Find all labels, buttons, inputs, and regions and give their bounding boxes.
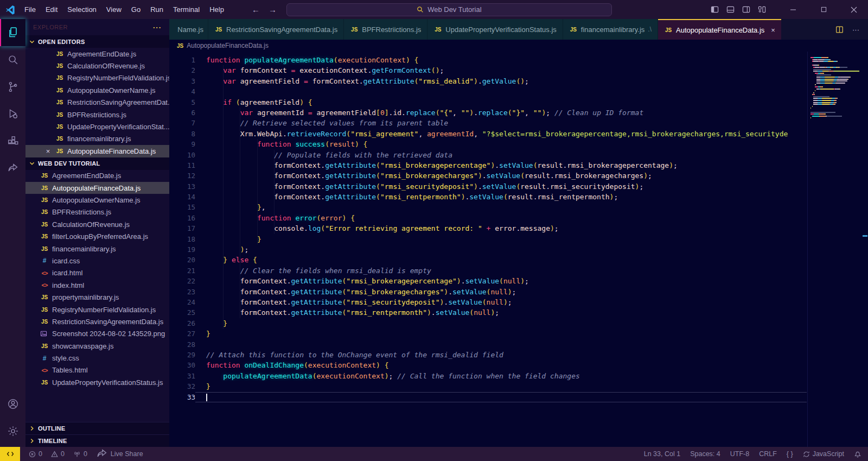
- search-icon[interactable]: [0, 46, 25, 73]
- menu-item-selection[interactable]: Selection: [62, 3, 101, 16]
- status-live-share-icon[interactable]: Live Share: [96, 448, 143, 460]
- maximize-button[interactable]: [813, 0, 834, 19]
- tree-item[interactable]: JSCalculationOfRevenue.js: [25, 218, 169, 230]
- open-editor-item[interactable]: JSUpdatePropertyVerificationStat...: [25, 121, 169, 132]
- menu-item-view[interactable]: View: [101, 3, 126, 16]
- settings-gear-icon[interactable]: [0, 418, 25, 445]
- close-icon[interactable]: ×: [44, 147, 52, 155]
- remote-indicator-button[interactable]: [0, 447, 20, 461]
- status-crlf[interactable]: CRLF: [759, 450, 777, 458]
- tree-item[interactable]: Screenshot 2024-08-02 143529.png: [25, 328, 169, 340]
- status-label: Ln 33, Col 1: [644, 450, 680, 458]
- tree-item[interactable]: JSAutopopulateFinanceData.js: [25, 182, 169, 194]
- account-icon[interactable]: [0, 390, 25, 418]
- menu-item-run[interactable]: Run: [145, 3, 168, 16]
- run-debug-icon[interactable]: [0, 100, 25, 128]
- status-warning-triangle-icon[interactable]: 0: [51, 450, 65, 458]
- status-error-circle-icon[interactable]: 0: [29, 450, 42, 458]
- timeline-header[interactable]: TIMELINE: [25, 434, 169, 447]
- open-editor-item[interactable]: JSRegistryNumberFieldValidation.js: [25, 72, 169, 84]
- editor-more-actions-icon[interactable]: ···: [852, 26, 859, 34]
- tab[interactable]: JSAutopopulateFinanceData.js×: [658, 19, 781, 40]
- tree-item[interactable]: <>icard.html: [25, 267, 169, 279]
- status--[interactable]: { }: [787, 450, 793, 458]
- live-share-icon[interactable]: [0, 155, 25, 182]
- tree-item[interactable]: JSpropertymainlibrary.js: [25, 291, 169, 303]
- error-circle-icon: [29, 451, 36, 458]
- status-ln-33-col-1[interactable]: Ln 33, Col 1: [644, 450, 680, 458]
- html-file-icon: <>: [40, 282, 49, 288]
- tab[interactable]: JSBPFRestriictions.js: [344, 19, 427, 40]
- tab-bar: Name.jsJSRestrictionSavingAgreementData.…: [169, 19, 868, 40]
- forward-button[interactable]: →: [269, 5, 277, 14]
- menu-item-go[interactable]: Go: [126, 3, 145, 16]
- extensions-icon[interactable]: [0, 128, 25, 155]
- toggle-secondary-sidebar-icon[interactable]: [742, 5, 750, 14]
- close-window-button[interactable]: [843, 0, 865, 19]
- tree-item[interactable]: JSBPFRestriictions.js: [25, 206, 169, 218]
- outline-header[interactable]: OUTLINE: [25, 422, 169, 434]
- toggle-panel-icon[interactable]: [726, 5, 735, 14]
- minimize-button[interactable]: [782, 0, 804, 19]
- status-sync-icon[interactable]: JavaScript: [803, 450, 844, 458]
- tree-item[interactable]: JSfinancemainlibrary.js: [25, 243, 169, 255]
- status-broadcast-tower-icon[interactable]: 0: [73, 450, 87, 458]
- indent-guide: [257, 139, 258, 244]
- line-number: 3: [169, 76, 195, 86]
- tree-item[interactable]: JSUpdatePropertyVerificationStatus.js: [25, 376, 169, 388]
- customize-layout-icon[interactable]: [758, 5, 766, 14]
- status-spaces-4[interactable]: Spaces: 4: [690, 450, 720, 458]
- toggle-sidebar-icon[interactable]: [711, 5, 719, 14]
- open-editor-item[interactable]: JSCalculationOfRevenue.js: [25, 60, 169, 72]
- command-center-search[interactable]: Web Dev Tutorial: [286, 3, 612, 16]
- tab[interactable]: JSRestrictionSavingAgreementData.js: [208, 19, 344, 40]
- open-editor-item[interactable]: ×JSAutopopulateFinanceData.js: [25, 145, 169, 157]
- code-editor[interactable]: 1function populateAgreementData(executio…: [169, 52, 868, 447]
- explorer-icon[interactable]: [0, 19, 25, 46]
- open-editors-header[interactable]: OPEN EDITORS: [25, 35, 169, 48]
- tree-item[interactable]: #style.css: [25, 352, 169, 364]
- tree-item[interactable]: #icard.css: [25, 255, 169, 267]
- overview-ruler[interactable]: [861, 52, 868, 447]
- menu-item-file[interactable]: File: [20, 3, 41, 16]
- open-editor-item[interactable]: JSAutopopulateOwnerName.js: [25, 84, 169, 96]
- open-editor-item[interactable]: JSfinancemainlibrary.js: [25, 133, 169, 145]
- split-editor-icon[interactable]: [835, 26, 844, 34]
- line-number: 20: [169, 255, 195, 265]
- tab[interactable]: Name.js: [169, 19, 208, 40]
- indent-guide: [223, 65, 224, 329]
- menu-item-edit[interactable]: Edit: [41, 3, 62, 16]
- chevron-down-icon: [28, 38, 36, 46]
- indent-guide: [240, 108, 240, 318]
- tab[interactable]: JSUpdatePropertyVerificationStatus.js: [427, 19, 563, 40]
- tab[interactable]: JSfinancemainlibrary.js.\: [563, 19, 658, 40]
- tree-item[interactable]: JSRestrictionSavingAgreementData.js: [25, 315, 169, 327]
- open-editor-item[interactable]: JSRestrictionSavingAgreementDat...: [25, 97, 169, 109]
- tree-item[interactable]: JSRegistryNumberFieldValidation.js: [25, 304, 169, 315]
- line-number: 6: [169, 108, 195, 118]
- source-control-icon[interactable]: [0, 73, 25, 100]
- tree-item[interactable]: JSfilterLookupByPreferredArea.js: [25, 230, 169, 242]
- status-utf-8[interactable]: UTF-8: [730, 450, 749, 458]
- status-bell-icon[interactable]: [854, 450, 861, 458]
- open-editor-item[interactable]: JSBPFRestriictions.js: [25, 109, 169, 121]
- tree-item[interactable]: JSAgreementEndDate.js: [25, 170, 169, 182]
- back-button[interactable]: ←: [252, 5, 260, 14]
- js-file-icon: JS: [664, 27, 673, 33]
- open-editor-item[interactable]: JSAgreementEndDate.js: [25, 48, 169, 60]
- status-label: UTF-8: [730, 450, 749, 458]
- menu-item-help[interactable]: Help: [205, 3, 229, 16]
- tree-item[interactable]: <>index.html: [25, 279, 169, 291]
- close-icon[interactable]: ×: [771, 26, 775, 34]
- breadcrumb[interactable]: JS AutopopulateFinanceData.js: [169, 40, 868, 52]
- code-line: 12 formContext.getAttribute("rmsi_broker…: [169, 170, 807, 181]
- menu-item-terminal[interactable]: Terminal: [168, 3, 205, 16]
- tree-item[interactable]: <>Tables.html: [25, 364, 169, 376]
- explorer-more-actions[interactable]: ···: [153, 23, 162, 31]
- code-line: 18 }: [169, 234, 807, 244]
- line-number: 32: [169, 381, 195, 391]
- tree-item[interactable]: JSshowcanvaspage.js: [25, 340, 169, 352]
- tree-item[interactable]: JSAutopopulateOwnerName.js: [25, 194, 169, 206]
- minimap[interactable]: [807, 52, 861, 447]
- folder-header[interactable]: WEB DEV TUTORIAL: [25, 157, 169, 170]
